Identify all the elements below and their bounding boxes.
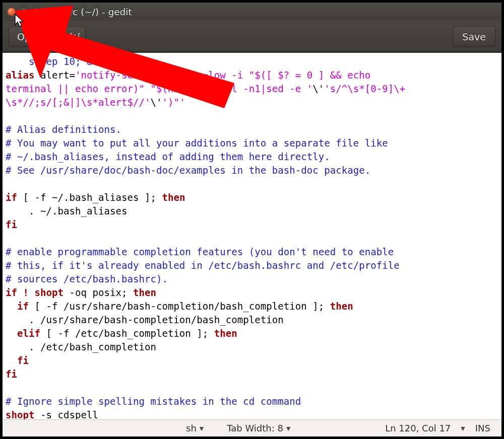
tab-width-label: Tab Width: 8 xyxy=(227,423,283,433)
code-token: fi xyxy=(6,219,17,231)
insert-mode-label: INS xyxy=(475,423,490,433)
close-icon[interactable] xyxy=(8,8,16,16)
code-token: shopt xyxy=(35,287,64,299)
toolbar: Open ▼ ]+[ Save xyxy=(3,21,501,53)
code-token: # You may want to put all your additions… xyxy=(6,137,388,149)
code-token: then xyxy=(214,328,237,339)
insert-mode[interactable]: INS xyxy=(468,423,501,433)
open-label: Open xyxy=(17,31,43,42)
code-token: shopt xyxy=(6,409,34,419)
open-button[interactable]: Open ▼ xyxy=(9,27,58,47)
code-token: then xyxy=(162,192,185,203)
chevron-down-icon: ▼ xyxy=(46,34,50,40)
statusbar: sh ▼ Tab Width: 8 ▼ Ln 120, Col 17 ▼ INS xyxy=(3,419,501,436)
code-token: then xyxy=(330,301,353,312)
language-selector[interactable]: sh ▼ xyxy=(179,423,211,433)
code-token: then xyxy=(133,287,156,299)
code-token: fi xyxy=(17,355,29,367)
window-title: bashrc (~/) - gedit xyxy=(47,7,132,17)
cursor-position[interactable]: Ln 120, Col 17 xyxy=(378,423,458,433)
save-button[interactable]: Save xyxy=(453,27,495,47)
code-token: ')"' xyxy=(162,97,185,108)
code-token: ! xyxy=(23,287,29,299)
code-token: if xyxy=(17,301,29,312)
code-token: elif xyxy=(17,328,40,339)
chevron-down-icon: ▼ xyxy=(461,425,465,432)
new-tab-icon: ]+[ xyxy=(69,32,80,42)
new-tab-button[interactable]: ]+[ xyxy=(64,27,86,47)
code-token: # See /usr/share/doc/bash-doc/examples i… xyxy=(6,165,370,176)
code-token: if xyxy=(6,192,17,203)
extra-menu[interactable]: ▼ xyxy=(458,425,468,431)
cursor-position-label: Ln 120, Col 17 xyxy=(385,423,451,433)
tab-width-selector[interactable]: Tab Width: 8 ▼ xyxy=(220,423,297,433)
text-editor[interactable]: sleep 10; alert alias alert='notify-send… xyxy=(3,53,501,419)
code-token: sleep 10; alert xyxy=(6,56,115,67)
code-token: # Ignore simple spelling mistakes in the… xyxy=(6,396,301,407)
code-token: # this, if it's already enabled in /etc/… xyxy=(6,260,400,271)
code-token: # ~/.bash_aliases, instead of adding the… xyxy=(6,151,330,163)
window-controls xyxy=(8,8,40,16)
language-label: sh xyxy=(186,423,197,433)
chevron-down-icon: ▼ xyxy=(286,425,290,432)
titlebar[interactable]: bashrc (~/) - gedit xyxy=(3,3,501,21)
code-token: # enable programmable completion feature… xyxy=(6,246,394,258)
app-window: bashrc (~/) - gedit Open ▼ ]+[ Save slee… xyxy=(2,2,502,437)
code-token: 'notify-send --urgency=low -i "$([ $? = … xyxy=(6,69,376,95)
code-token: # sources /etc/bash.bashrc). xyxy=(6,273,168,285)
code-token: fi xyxy=(6,369,17,380)
code-token: # Alias definitions. xyxy=(6,124,121,135)
maximize-icon[interactable] xyxy=(32,8,40,16)
save-label: Save xyxy=(462,31,486,42)
code-token: alias xyxy=(6,69,34,81)
code-token: if xyxy=(6,287,17,299)
chevron-down-icon: ▼ xyxy=(200,425,204,432)
minimize-icon[interactable] xyxy=(20,8,28,16)
